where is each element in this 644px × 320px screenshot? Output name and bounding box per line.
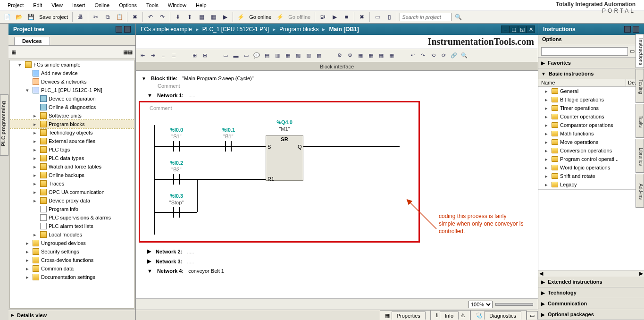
accessible-devices-icon[interactable]: 🖳: [318, 12, 328, 22]
print-icon[interactable]: 🖶: [75, 12, 85, 22]
cross-ref-icon[interactable]: ✖: [357, 12, 367, 22]
ed-btn[interactable]: ▦: [376, 51, 386, 60]
ed-btn[interactable]: ⚙: [335, 51, 344, 60]
devices-tab[interactable]: Devices: [14, 37, 50, 45]
ed-btn[interactable]: ▬: [231, 51, 241, 60]
instruction-item[interactable]: ▸Bit logic operations: [538, 95, 644, 104]
tree-item[interactable]: ▸OPC UA communication: [10, 188, 134, 196]
tree-item[interactable]: ▸Local modules: [10, 230, 134, 239]
start-cpu-icon[interactable]: ▶: [329, 12, 340, 22]
new-project-icon[interactable]: 📄: [2, 12, 12, 22]
menu-window[interactable]: Window: [163, 1, 191, 9]
compile-icon[interactable]: ▦: [196, 12, 207, 22]
optional-packages-section[interactable]: ▶Optional packages: [538, 309, 644, 320]
vtab-testing[interactable]: Testing: [636, 69, 644, 103]
tree-item[interactable]: Program info: [10, 205, 134, 213]
ed-btn[interactable]: ▩: [314, 51, 324, 60]
network-1-ladder[interactable]: Comment %I0.0 "S1" %I0.1 "B1" %Q4.0 "M1"…: [139, 101, 420, 243]
ed-btn[interactable]: ▧: [293, 51, 303, 60]
ed-btn[interactable]: ▤: [262, 51, 272, 60]
vtab-instructions[interactable]: Instructions: [636, 34, 644, 68]
ed-btn[interactable]: ▭: [242, 51, 251, 60]
instruction-item[interactable]: ▸Program control operati...: [538, 155, 644, 163]
delete-icon[interactable]: ✖: [130, 12, 140, 22]
toggle-view-icon[interactable]: ▦: [11, 49, 16, 55]
instruction-item[interactable]: ▸Comparator operations: [538, 121, 644, 129]
float-icon[interactable]: ▢: [510, 25, 518, 33]
instruction-filter-input[interactable]: [541, 47, 628, 56]
instruction-item[interactable]: ▸Word logic operations: [538, 163, 644, 172]
details-view-header[interactable]: ▸Details view: [8, 310, 135, 320]
instruction-item[interactable]: ▸General: [538, 87, 644, 95]
net1-title[interactable]: .....: [188, 93, 195, 98]
menu-view[interactable]: View: [47, 1, 67, 9]
basic-instructions-section[interactable]: ▼Basic instructions: [538, 68, 644, 79]
close-icon[interactable]: ✕: [527, 25, 535, 33]
tree-item[interactable]: ▾PLC_1 [CPU 1512C-1 PN]: [10, 86, 134, 94]
tree-item[interactable]: ▸Documentation settings: [10, 273, 134, 281]
network-4-label[interactable]: Network 4:: [157, 268, 184, 274]
menu-online[interactable]: Online: [90, 1, 114, 9]
pin-icon[interactable]: [124, 26, 131, 33]
block-title-value[interactable]: "Main Program Sweep (Cycle)": [182, 76, 253, 81]
ed-btn[interactable]: ▥: [273, 51, 282, 60]
ed-btn[interactable]: ⇥: [148, 51, 158, 60]
tree-item[interactable]: ▸PLC data types: [10, 154, 134, 162]
ladder-editor[interactable]: ▼ Block title: "Main Program Sweep (Cycl…: [136, 71, 538, 298]
tree-item[interactable]: ▾FCs simple example: [10, 60, 134, 69]
network-1-label[interactable]: Network 1:: [157, 93, 184, 98]
tree-item[interactable]: ▸Technology objects: [10, 128, 134, 137]
menu-tools[interactable]: Tools: [142, 1, 163, 9]
block-comment[interactable]: Comment: [139, 83, 533, 91]
ed-btn[interactable]: ▦: [387, 51, 396, 60]
instruction-item[interactable]: ▸Conversion operations: [538, 146, 644, 155]
instruction-item[interactable]: ▸Shift and rotate: [538, 172, 644, 180]
search-input[interactable]: [400, 13, 452, 21]
ed-btn[interactable]: ▦: [356, 51, 365, 60]
download-icon[interactable]: ⬇: [173, 12, 183, 22]
zoom-select[interactable]: 100%: [468, 301, 493, 308]
redo-icon[interactable]: ↷: [157, 12, 167, 22]
ed-btn[interactable]: ▭: [221, 51, 230, 60]
opt-btn1-icon[interactable]: ▭: [630, 48, 635, 54]
net1-comment[interactable]: Comment: [150, 105, 414, 111]
tree-item[interactable]: Devices & networks: [10, 77, 134, 86]
collapse-icon[interactable]: [633, 26, 639, 33]
vtab-libraries[interactable]: Libraries: [636, 139, 644, 173]
paste-icon[interactable]: 📋: [114, 12, 125, 22]
tree-item[interactable]: PLC supervisions & alarms: [10, 213, 134, 222]
instruction-item[interactable]: ▸Move operations: [538, 138, 644, 146]
extended-instructions-section[interactable]: ▶Extended instructions: [538, 277, 644, 287]
menu-project[interactable]: Project: [3, 1, 28, 9]
technology-section[interactable]: ▶Technology: [538, 287, 644, 298]
block-interface-bar[interactable]: Block interface: [136, 62, 538, 71]
ed-btn[interactable]: ≡: [159, 51, 168, 60]
tree-item[interactable]: ▸Traces: [10, 179, 134, 188]
menu-options[interactable]: Options: [114, 1, 142, 9]
ed-btn[interactable]: ⊟: [200, 51, 209, 60]
net2-collapse-icon[interactable]: ▶: [147, 248, 151, 254]
net1-collapse-icon[interactable]: ▼: [147, 93, 152, 98]
max-icon[interactable]: ◱: [518, 25, 527, 33]
tree-item[interactable]: ▸Security settings: [10, 247, 134, 256]
network-4-title[interactable]: conveyor Belt 1: [188, 268, 224, 274]
go-offline-button[interactable]: Go offline: [286, 13, 312, 21]
tree-item[interactable]: Online & diagnostics: [10, 103, 134, 111]
menu-insert[interactable]: Insert: [67, 1, 90, 9]
stop-cpu-icon[interactable]: ■: [341, 12, 351, 22]
tree-item[interactable]: ▸Online backups: [10, 171, 134, 179]
tree-item[interactable]: ▸PLC tags: [10, 145, 134, 154]
tree-item[interactable]: ▸Program blocks: [10, 120, 134, 128]
go-online-button[interactable]: Go online: [247, 13, 273, 21]
menu-edit[interactable]: Edit: [28, 1, 47, 9]
net3-collapse-icon[interactable]: ▶: [147, 258, 151, 264]
collapse-icon[interactable]: [116, 26, 122, 33]
start-icon[interactable]: ▶: [220, 12, 230, 22]
scroll-right-icon[interactable]: ▶: [639, 270, 643, 277]
save-icon[interactable]: 💾: [25, 12, 36, 22]
tree-item[interactable]: ▸Software units: [10, 111, 134, 120]
go-offline-icon[interactable]: ⚡: [275, 12, 285, 22]
ed-btn[interactable]: ≣: [169, 51, 178, 60]
ed-btn[interactable]: ↶: [408, 51, 417, 60]
crumb-3[interactable]: Main [OB1]: [329, 26, 359, 33]
